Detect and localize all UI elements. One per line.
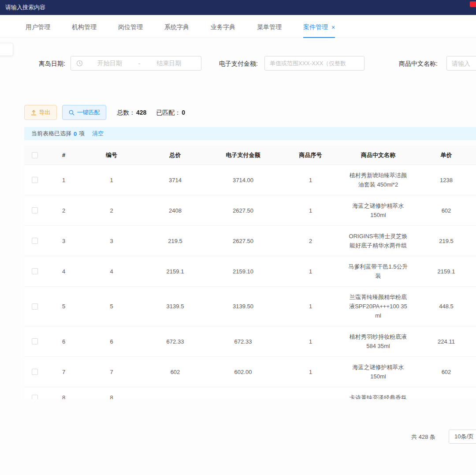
tab-bar: 用户管理 机构管理 岗位管理 系统字典 业务字典 菜单管理 案件管理 × xyxy=(0,17,476,38)
tab-system-dict[interactable]: 系统字典 xyxy=(164,17,189,37)
cell-total-price xyxy=(141,387,209,399)
cell-code: 1 xyxy=(82,165,141,195)
match-stats: 总数：428 已匹配：0 xyxy=(117,105,193,120)
cell-index: 7 xyxy=(45,357,82,387)
tab-org-management[interactable]: 机构管理 xyxy=(72,17,97,37)
cell-product-name: 海蓝之谜修护精萃水 150ml xyxy=(344,195,412,225)
tab-post-management[interactable]: 岗位管理 xyxy=(118,17,143,37)
date-start-placeholder[interactable]: 开始日期 xyxy=(83,60,137,67)
table-row: 1 1 3714 3714.00 1 植村秀新琥珀臻萃洁颜油套装 450ml*2… xyxy=(24,165,476,195)
cell-unit-price: 219.5 xyxy=(412,226,476,256)
cell-code: 6 xyxy=(82,326,141,356)
row-checkbox-cell xyxy=(24,387,45,399)
selection-count: 0 xyxy=(74,131,77,137)
header-unit-price: 单价 xyxy=(412,146,476,165)
one-click-match-button[interactable]: 一键匹配 xyxy=(62,105,106,120)
cell-index: 3 xyxy=(45,226,82,256)
cell-index: 5 xyxy=(45,287,82,326)
cell-product-seq: 2 xyxy=(277,226,344,256)
row-checkbox-cell xyxy=(24,226,45,256)
cell-product-seq: 1 xyxy=(277,326,344,356)
table-header: # 编号 总价 电子支付金额 商品序号 商品中文名称 单价 xyxy=(24,146,476,165)
cell-product-name: 植村秀新琥珀臻萃洁颜油套装 450ml*2 xyxy=(344,165,412,195)
cell-product-seq: 1 xyxy=(277,256,344,286)
search-icon xyxy=(69,110,74,116)
cell-epay-amount: 2627.50 xyxy=(209,195,277,225)
cell-total-price: 672.33 xyxy=(141,326,209,356)
row-checkbox[interactable] xyxy=(32,338,38,344)
cell-code: 2 xyxy=(82,195,141,225)
row-checkbox[interactable] xyxy=(32,303,38,310)
clock-icon xyxy=(76,60,83,67)
table-row: 8 8 卡诗菁纯亮泽经典香氛 xyxy=(24,387,476,399)
header-code: 编号 xyxy=(82,146,141,165)
cell-code: 4 xyxy=(82,256,141,286)
table-row: 3 3 219.5 2627.50 2 ORIGINS韦博士灵芝焕能好底子精华水… xyxy=(24,226,476,256)
matched-count: 0 xyxy=(182,109,185,116)
date-filter-label: 离岛日期: xyxy=(39,56,65,71)
header-product-name: 商品中文名称 xyxy=(344,146,412,165)
pagination-bar: 共 428 条 10条/页 xyxy=(0,430,476,445)
cell-product-name: 兰蔻菁纯臻颜精华粉底液SPF20PA+++100 35 ml xyxy=(344,287,412,326)
cell-epay-amount: 2159.10 xyxy=(209,256,277,286)
product-name-input[interactable] xyxy=(446,56,476,71)
total-label: 总数： xyxy=(117,109,135,116)
row-checkbox-cell xyxy=(24,195,45,225)
row-checkbox[interactable] xyxy=(32,177,38,183)
global-search-input[interactable]: 请输入搜索内容 xyxy=(0,4,45,11)
toolbar: 导出 一键匹配 总数：428 已匹配：0 xyxy=(0,105,476,120)
cell-unit-price xyxy=(412,387,476,399)
cell-product-name: 卡诗菁纯亮泽经典香氛 xyxy=(344,387,412,399)
cell-unit-price: 602 xyxy=(412,357,476,387)
page-size-select[interactable]: 10条/页 xyxy=(449,430,476,444)
cell-epay-amount: 602.00 xyxy=(209,357,277,387)
matched-label: 已匹配： xyxy=(156,109,181,116)
export-button[interactable]: 导出 xyxy=(24,105,57,120)
cell-product-name: 植村秀羽纱持妆粉底液 584 35ml xyxy=(344,326,412,356)
row-checkbox[interactable] xyxy=(32,238,38,244)
cell-product-seq: 1 xyxy=(277,287,344,326)
page-size-value: 10条/页 xyxy=(454,433,474,441)
selection-prefix: 当前表格已选择 xyxy=(31,130,71,138)
close-icon[interactable]: × xyxy=(331,24,335,30)
cell-unit-price: 2159.1 xyxy=(412,256,476,286)
cell-code: 7 xyxy=(82,357,141,387)
table-row: 7 7 602 602.00 1 海蓝之谜修护精萃水 150ml 602 xyxy=(24,357,476,387)
sidebar-collapse-handle[interactable] xyxy=(0,43,13,56)
date-range-picker[interactable]: 开始日期 - 结束日期 xyxy=(71,56,201,71)
cell-epay-amount: 3714.00 xyxy=(209,165,277,195)
row-checkbox[interactable] xyxy=(32,268,38,274)
cell-product-seq: 1 xyxy=(277,195,344,225)
notification-badge[interactable] xyxy=(470,1,476,7)
pagination-total: 共 428 条 xyxy=(411,430,435,445)
row-checkbox[interactable] xyxy=(32,395,38,400)
row-checkbox[interactable] xyxy=(32,369,38,375)
table-row: 4 4 2159.1 2159.10 1 马爹利蓝带干邑1.5公升装 2159.… xyxy=(24,256,476,287)
tab-user-management[interactable]: 用户管理 xyxy=(26,17,50,37)
table-row: 2 2 2408 2627.50 1 海蓝之谜修护精萃水 150ml 602 xyxy=(24,195,476,226)
cell-product-name: 海蓝之谜修护精萃水 150ml xyxy=(344,357,412,387)
selection-info-bar: 当前表格已选择 0 项 清空 xyxy=(24,127,476,140)
select-all-checkbox[interactable] xyxy=(32,152,38,158)
tab-business-dict[interactable]: 业务字典 xyxy=(211,17,235,37)
cell-index: 4 xyxy=(45,256,82,286)
data-table: # 编号 总价 电子支付金额 商品序号 商品中文名称 单价 1 1 3714 3… xyxy=(24,146,476,399)
cell-epay-amount: 3139.50 xyxy=(209,287,277,326)
row-checkbox[interactable] xyxy=(32,207,38,213)
tab-label: 案件管理 xyxy=(303,23,328,31)
total-count: 428 xyxy=(136,109,146,116)
product-name-filter-label: 商品中文名称: xyxy=(399,56,438,71)
cell-product-seq xyxy=(277,387,344,399)
date-end-placeholder[interactable]: 结束日期 xyxy=(142,60,196,67)
clear-selection-link[interactable]: 清空 xyxy=(92,130,104,138)
cell-code: 8 xyxy=(82,387,141,399)
amount-input[interactable] xyxy=(264,56,364,71)
cell-total-price: 3714 xyxy=(141,165,209,195)
match-button-label: 一键匹配 xyxy=(77,108,100,116)
row-checkbox-cell xyxy=(24,256,45,286)
cell-index: 8 xyxy=(45,387,82,399)
cell-unit-price: 1238 xyxy=(412,165,476,195)
tab-menu-management[interactable]: 菜单管理 xyxy=(257,17,282,37)
cell-total-price: 3139.5 xyxy=(141,287,209,326)
tab-case-management[interactable]: 案件管理 × xyxy=(303,17,335,37)
